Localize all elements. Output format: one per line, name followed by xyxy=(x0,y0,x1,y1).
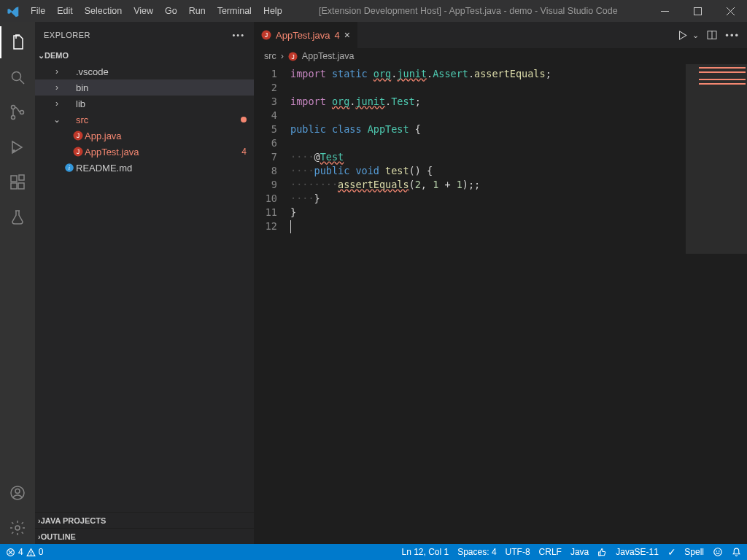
svg-point-8 xyxy=(20,111,24,114)
text-cursor xyxy=(290,220,291,233)
svg-text:J: J xyxy=(77,148,80,155)
editor-tab-apptest[interactable]: J AppTest.java 4 × xyxy=(254,22,358,48)
tree-item-lib[interactable]: ›lib xyxy=(35,96,254,112)
svg-text:J: J xyxy=(265,31,268,39)
sidebar-panel-java-projects[interactable]: ›JAVA PROJECTS xyxy=(35,512,254,528)
tree-item-app-java[interactable]: JApp.java xyxy=(35,128,254,144)
menu-help[interactable]: Help xyxy=(258,0,288,22)
status-thumbs-icon[interactable] xyxy=(597,548,607,557)
svg-rect-11 xyxy=(11,183,17,189)
explorer-title: EXPLORER xyxy=(44,31,90,39)
svg-rect-10 xyxy=(11,176,17,182)
run-button-icon[interactable] xyxy=(677,29,689,42)
tree-item-readme-md[interactable]: iREADME.md xyxy=(35,160,254,176)
svg-rect-12 xyxy=(18,183,24,189)
svg-point-7 xyxy=(12,116,15,120)
status-bell-icon[interactable] xyxy=(732,548,741,557)
status-feedback-icon[interactable] xyxy=(713,547,723,557)
menu-terminal[interactable]: Terminal xyxy=(212,0,258,22)
menu-view[interactable]: View xyxy=(128,0,159,22)
svg-line-5 xyxy=(20,79,24,84)
activity-explorer-icon[interactable] xyxy=(0,26,35,58)
java-file-icon: J xyxy=(71,147,85,157)
tree-item--vscode[interactable]: ›.vscode xyxy=(35,63,254,79)
svg-text:J: J xyxy=(291,52,294,60)
status-encoding[interactable]: UTF-8 xyxy=(506,547,530,557)
svg-rect-1 xyxy=(694,7,702,15)
tab-error-count: 4 xyxy=(334,30,339,41)
status-indent[interactable]: Spaces: 4 xyxy=(457,547,496,557)
window-maximize-button[interactable] xyxy=(681,0,714,22)
split-editor-icon[interactable] xyxy=(706,29,718,41)
svg-point-36 xyxy=(719,551,719,552)
window-minimize-button[interactable] xyxy=(649,0,681,22)
status-language[interactable]: Java xyxy=(570,547,589,557)
window-close-button[interactable] xyxy=(714,0,747,22)
status-cursor-pos[interactable]: Ln 12, Col 1 xyxy=(401,547,449,557)
svg-text:J: J xyxy=(77,132,80,139)
error-badge: 4 xyxy=(241,147,247,157)
tab-close-icon[interactable]: × xyxy=(344,29,350,41)
minimap[interactable] xyxy=(686,64,747,544)
svg-point-33 xyxy=(31,554,31,555)
svg-point-4 xyxy=(12,72,21,81)
tab-label: AppTest.java xyxy=(276,30,330,41)
error-dot-icon xyxy=(241,117,247,122)
menu-go[interactable]: Go xyxy=(159,0,183,22)
sidebar-panel-outline[interactable]: ›OUTLINE xyxy=(35,528,254,544)
menu-edit[interactable]: Edit xyxy=(51,0,79,22)
activity-settings-icon[interactable] xyxy=(0,512,35,544)
activity-account-icon[interactable] xyxy=(0,477,35,509)
status-problems[interactable]: 4 0 xyxy=(6,547,43,557)
breadcrumb[interactable]: src › J AppTest.java xyxy=(254,48,747,64)
svg-point-34 xyxy=(714,548,722,556)
activity-scm-icon[interactable] xyxy=(0,96,35,128)
vscode-logo-icon xyxy=(0,5,25,18)
chevron-right-icon: › xyxy=(281,51,284,61)
activity-run-icon[interactable] xyxy=(0,131,35,163)
svg-point-9 xyxy=(13,150,15,152)
explorer-root[interactable]: ⌄DEMO xyxy=(35,47,254,63)
java-file-icon: J xyxy=(261,30,271,40)
activity-testing-icon[interactable] xyxy=(0,201,35,233)
code-editor[interactable]: import static org.junit.Assert.assertEqu… xyxy=(290,64,686,544)
svg-point-15 xyxy=(15,489,20,494)
java-file-icon: J xyxy=(288,52,298,61)
line-numbers: 123456789101112 xyxy=(254,64,290,544)
svg-point-6 xyxy=(12,106,15,109)
java-file-icon: J xyxy=(71,131,85,141)
window-title: [Extension Development Host] - AppTest.j… xyxy=(288,6,649,16)
tree-item-apptest-java[interactable]: JAppTest.java4 xyxy=(35,144,254,160)
menu-file[interactable]: File xyxy=(25,0,51,22)
svg-point-35 xyxy=(716,551,717,552)
status-spell[interactable]: ✓ Spell xyxy=(667,546,704,558)
explorer-more-icon[interactable]: ••• xyxy=(232,31,245,39)
svg-rect-13 xyxy=(19,175,24,180)
menu-run[interactable]: Run xyxy=(183,0,212,22)
tree-item-src[interactable]: ⌄src xyxy=(35,112,254,128)
activity-extensions-icon[interactable] xyxy=(0,166,35,198)
editor-more-icon[interactable]: ••• xyxy=(725,30,740,41)
status-eol[interactable]: CRLF xyxy=(539,547,562,557)
info-file-icon: i xyxy=(63,163,76,173)
svg-point-16 xyxy=(15,526,20,530)
activity-search-icon[interactable] xyxy=(0,61,35,93)
run-dropdown-icon[interactable]: ⌄ xyxy=(692,31,699,40)
status-java-runtime[interactable]: JavaSE-11 xyxy=(616,547,659,557)
tree-item-bin[interactable]: ›bin xyxy=(35,79,254,96)
menu-selection[interactable]: Selection xyxy=(79,0,128,22)
